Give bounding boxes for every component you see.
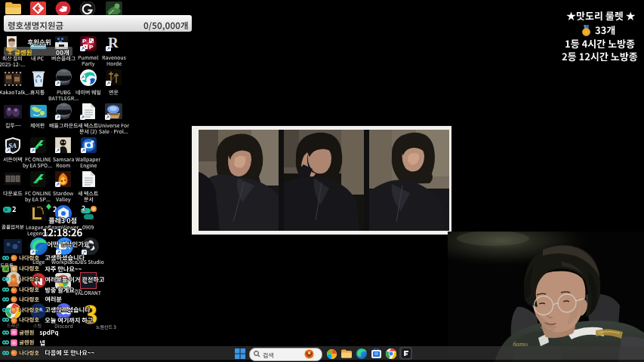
svg-text:P: P	[89, 44, 94, 51]
svg-text:P: P	[82, 38, 87, 44]
